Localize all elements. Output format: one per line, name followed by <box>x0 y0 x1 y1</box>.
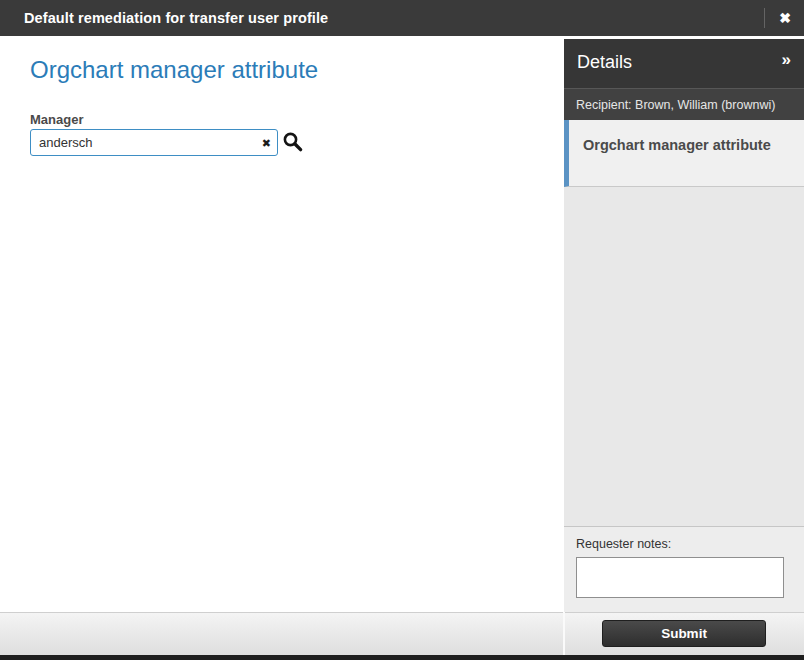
chevron-double-right-icon: » <box>782 50 791 69</box>
details-header: Details » <box>564 39 804 88</box>
dialog-titlebar: Default remediation for transfer user pr… <box>0 0 804 36</box>
footer-divider <box>563 612 565 655</box>
details-item-label: Orgchart manager attribute <box>583 137 771 153</box>
page-background-strip <box>0 655 804 660</box>
search-button[interactable] <box>282 131 304 153</box>
manager-label: Manager <box>30 112 83 127</box>
details-item-orgchart-manager-attribute[interactable]: Orgchart manager attribute <box>564 120 804 187</box>
requester-notes-textarea[interactable] <box>576 557 784 598</box>
remediation-dialog: Default remediation for transfer user pr… <box>0 0 804 660</box>
search-icon <box>282 131 304 153</box>
manager-input[interactable] <box>30 129 278 156</box>
details-panel-body <box>564 187 804 526</box>
requester-notes-section: Requester notes: <box>564 526 804 612</box>
collapse-panel-button[interactable]: » <box>782 50 791 70</box>
titlebar-divider <box>764 8 765 28</box>
submit-button[interactable]: Submit <box>602 620 766 647</box>
details-title: Details <box>577 52 632 73</box>
requester-notes-label: Requester notes: <box>576 537 671 551</box>
form-title: Orgchart manager attribute <box>30 56 318 84</box>
manager-input-wrap: ✖ <box>30 129 278 156</box>
close-icon: ✖ <box>779 10 791 26</box>
close-button[interactable]: ✖ <box>766 0 804 36</box>
recipient-info: Recipient: Brown, William (brownwi) <box>564 88 804 120</box>
dialog-title: Default remediation for transfer user pr… <box>24 0 328 36</box>
clear-input-icon[interactable]: ✖ <box>262 137 271 148</box>
